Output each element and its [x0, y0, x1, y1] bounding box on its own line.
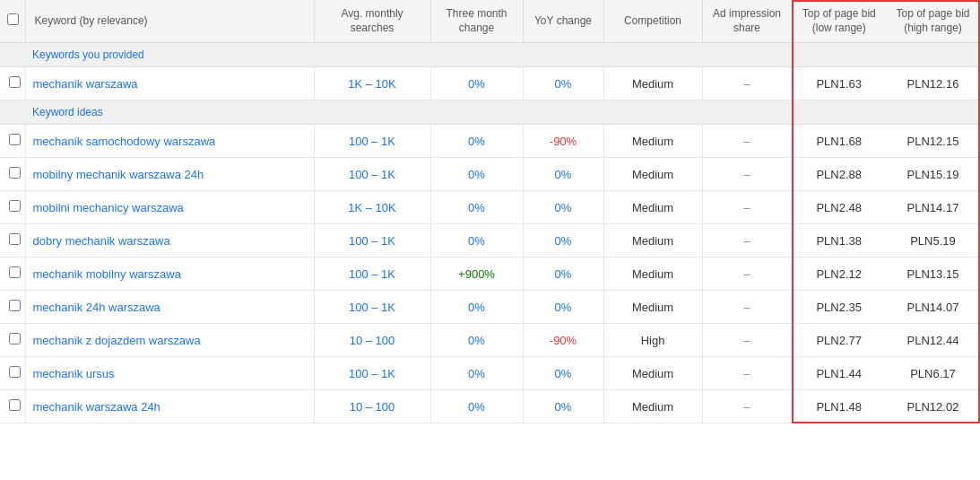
section-header-row: Keywords you provided: [0, 43, 980, 67]
col-header-avg: Avg. monthly searches: [314, 0, 430, 43]
yoy-cell: 0%: [523, 357, 603, 390]
row-checkbox-cell[interactable]: [0, 257, 25, 291]
three-month-cell: 0%: [430, 324, 523, 357]
competition-cell: Medium: [603, 357, 702, 390]
row-checkbox[interactable]: [9, 200, 21, 212]
keyword-cell: dobry mechanik warszawa: [25, 224, 314, 257]
keyword-link[interactable]: mechanik z dojazdem warszawa: [33, 334, 201, 347]
row-checkbox[interactable]: [9, 167, 21, 179]
table-row: mechanik z dojazdem warszawa10 – 1000%-9…: [0, 324, 980, 357]
bid-low-cell: PLN2.12: [792, 257, 886, 291]
bid-low-cell: PLN2.88: [792, 158, 886, 191]
row-checkbox[interactable]: [9, 233, 21, 245]
keyword-link[interactable]: mechanik warszawa: [33, 77, 138, 91]
row-checkbox-cell[interactable]: [0, 125, 25, 158]
bid-high-cell: PLN14.07: [886, 291, 980, 324]
ad-impression-cell: –: [702, 257, 792, 291]
ad-impression-cell: –: [702, 224, 792, 257]
table-row: mechanik 24h warszawa100 – 1K0%0%Medium–…: [0, 291, 980, 324]
row-checkbox-cell[interactable]: [0, 390, 25, 423]
avg-searches-cell: 100 – 1K: [314, 257, 430, 291]
row-checkbox[interactable]: [9, 76, 21, 88]
bid-high-cell: PLN12.15: [886, 125, 980, 158]
competition-cell: Medium: [603, 125, 702, 158]
avg-searches-cell: 10 – 100: [314, 324, 430, 357]
yoy-cell: 0%: [523, 291, 603, 324]
select-all-checkbox[interactable]: [7, 13, 19, 25]
keyword-link[interactable]: mechanik 24h warszawa: [33, 301, 160, 314]
avg-searches-cell: 1K – 10K: [314, 67, 430, 100]
row-checkbox[interactable]: [9, 266, 21, 278]
col-header-adimpr: Ad impression share: [702, 0, 792, 43]
keyword-link[interactable]: dobry mechanik warszawa: [33, 234, 170, 248]
table-row: mechanik ursus100 – 1K0%0%Medium–PLN1.44…: [0, 357, 980, 390]
three-month-cell: 0%: [430, 158, 523, 191]
row-checkbox[interactable]: [9, 366, 21, 378]
row-checkbox[interactable]: [9, 134, 21, 145]
row-checkbox-cell[interactable]: [0, 224, 25, 257]
keyword-cell: mechanik z dojazdem warszawa: [25, 324, 314, 357]
bid-high-cell: PLN12.44: [886, 324, 980, 357]
col-header-yoy: YoY change: [523, 0, 603, 43]
row-checkbox[interactable]: [9, 300, 21, 311]
col-header-competition: Competition: [603, 0, 702, 43]
three-month-cell: 0%: [430, 224, 523, 257]
ad-impression-cell: –: [702, 158, 792, 191]
competition-cell: Medium: [603, 158, 702, 191]
keyword-cell: mobilni mechanicy warszawa: [25, 191, 314, 224]
keyword-link[interactable]: mechanik ursus: [33, 367, 115, 380]
keyword-link[interactable]: mechanik mobilny warszawa: [33, 267, 181, 281]
keyword-cell: mechanik ursus: [25, 357, 314, 390]
row-checkbox-cell[interactable]: [0, 357, 25, 390]
bid-high-cell: PLN15.19: [886, 158, 980, 191]
bid-high-cell: PLN13.15: [886, 257, 980, 291]
row-checkbox-cell[interactable]: [0, 191, 25, 224]
keyword-link[interactable]: mobilny mechanik warszawa 24h: [33, 168, 204, 181]
keyword-cell: mechanik 24h warszawa: [25, 291, 314, 324]
three-month-cell: 0%: [430, 125, 523, 158]
yoy-cell: 0%: [523, 67, 603, 100]
three-month-cell: 0%: [430, 191, 523, 224]
keyword-cell: mobilny mechanik warszawa 24h: [25, 158, 314, 191]
ad-impression-cell: –: [702, 324, 792, 357]
select-all-header[interactable]: [0, 0, 25, 43]
section-header-row: Keyword ideas: [0, 100, 980, 125]
bid-high-cell: PLN12.02: [886, 390, 980, 423]
row-checkbox-cell[interactable]: [0, 291, 25, 324]
keyword-link[interactable]: mechanik warszawa 24h: [33, 400, 160, 414]
yoy-cell: 0%: [523, 224, 603, 257]
avg-searches-cell: 1K – 10K: [314, 191, 430, 224]
table-row: mechanik warszawa1K – 10K0%0%Medium–PLN1…: [0, 67, 980, 100]
avg-searches-cell: 100 – 1K: [314, 224, 430, 257]
competition-cell: Medium: [603, 257, 702, 291]
yoy-cell: 0%: [523, 158, 603, 191]
keyword-link[interactable]: mobilni mechanicy warszawa: [33, 201, 184, 214]
avg-searches-cell: 100 – 1K: [314, 125, 430, 158]
yoy-cell: 0%: [523, 390, 603, 423]
col-header-3mo: Three month change: [430, 0, 523, 43]
col-header-keyword: Keyword (by relevance): [25, 0, 314, 43]
keyword-cell: mechanik warszawa 24h: [25, 390, 314, 423]
competition-cell: High: [603, 324, 702, 357]
col-header-bid-lo: Top of page bid (low range): [792, 0, 886, 43]
table-header-row: Keyword (by relevance) Avg. monthly sear…: [0, 0, 980, 43]
row-checkbox[interactable]: [9, 333, 21, 345]
table-row: mechanik samochodowy warszawa100 – 1K0%-…: [0, 125, 980, 158]
bid-low-cell: PLN1.38: [792, 224, 886, 257]
row-checkbox-cell[interactable]: [0, 158, 25, 191]
three-month-cell: +900%: [430, 257, 523, 291]
row-checkbox-cell[interactable]: [0, 324, 25, 357]
bid-low-cell: PLN1.44: [792, 357, 886, 390]
keyword-table: Keyword (by relevance) Avg. monthly sear…: [0, 0, 980, 423]
three-month-cell: 0%: [430, 357, 523, 390]
keyword-link[interactable]: mechanik samochodowy warszawa: [33, 135, 216, 148]
table-row: mobilny mechanik warszawa 24h100 – 1K0%0…: [0, 158, 980, 191]
avg-searches-cell: 100 – 1K: [314, 357, 430, 390]
competition-cell: Medium: [603, 224, 702, 257]
row-checkbox[interactable]: [9, 399, 21, 411]
row-checkbox-cell[interactable]: [0, 67, 25, 100]
ad-impression-cell: –: [702, 67, 792, 100]
col-header-bid-hi: Top of page bid (high range): [886, 0, 980, 43]
ad-impression-cell: –: [702, 125, 792, 158]
bid-low-cell: PLN2.48: [792, 191, 886, 224]
